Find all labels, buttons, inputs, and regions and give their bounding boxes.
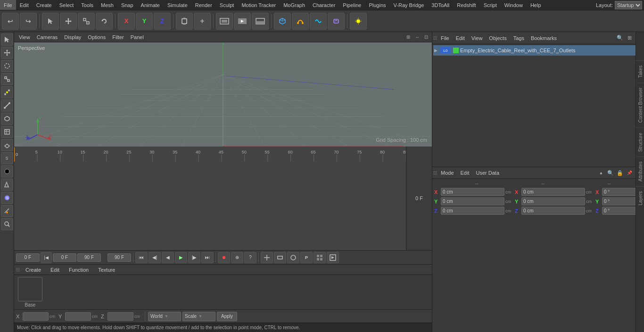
- render-view-button[interactable]: [252, 13, 269, 30]
- tool-search[interactable]: [1, 218, 13, 230]
- tool-paint[interactable]: S: [1, 192, 13, 204]
- menu-snap[interactable]: Snap: [117, 0, 137, 10]
- end-frame-input-1[interactable]: [77, 253, 101, 262]
- menu-edit[interactable]: Edit: [16, 0, 33, 10]
- scale-tool-button[interactable]: [78, 13, 95, 30]
- menu-window[interactable]: Window: [501, 0, 527, 10]
- menu-motion-tracker[interactable]: Motion Tracker: [238, 0, 280, 10]
- attr-tab-user-data[interactable]: User Data: [473, 168, 503, 178]
- menu-script[interactable]: Script: [480, 0, 501, 10]
- cable-reel-object[interactable]: [156, 108, 259, 146]
- menu-animate[interactable]: Animate: [137, 0, 164, 10]
- world-dropdown[interactable]: World ▼: [148, 312, 181, 321]
- pos-z-input[interactable]: [107, 312, 133, 321]
- prev-keyframe-button[interactable]: ◀|: [149, 252, 161, 263]
- z-axis-button[interactable]: Z: [154, 13, 171, 30]
- prev-frame-start-button[interactable]: |◀: [41, 252, 52, 263]
- tool-workplane[interactable]: [1, 139, 13, 151]
- render-region-button[interactable]: [216, 13, 233, 30]
- tool-move[interactable]: [1, 47, 13, 59]
- curve-button[interactable]: [292, 13, 309, 30]
- mat-tab-texture[interactable]: Texture: [94, 265, 119, 275]
- attr-tab-mode[interactable]: Mode: [438, 168, 457, 178]
- current-frame-input[interactable]: [53, 253, 76, 262]
- expand-icon[interactable]: ▶: [434, 48, 439, 53]
- viewport-menu-options[interactable]: Options: [85, 32, 108, 42]
- obj-search-icon[interactable]: 🔍: [616, 34, 624, 42]
- viewport-lock-icon[interactable]: ⊡: [422, 33, 430, 41]
- next-keyframe-button[interactable]: |▶: [188, 252, 200, 263]
- attr-tab-edit[interactable]: Edit: [458, 168, 472, 178]
- menu-simulate[interactable]: Simulate: [164, 0, 191, 10]
- menu-sculpt[interactable]: Sculpt: [216, 0, 238, 10]
- menu-select[interactable]: Select: [56, 0, 78, 10]
- vtab-content-browser[interactable]: Content Browser: [636, 82, 644, 127]
- object-row-cable-reel[interactable]: ▶ L0 Empty_Electric_Cable_Reel_with_CEE_…: [433, 45, 643, 56]
- menu-redshift[interactable]: Redshift: [453, 0, 479, 10]
- play-reverse-button[interactable]: ◀: [162, 252, 174, 263]
- x-axis-button[interactable]: X: [118, 13, 135, 30]
- attr-icon-lock[interactable]: 🔒: [616, 169, 624, 177]
- timeline-ruler[interactable]: 0 5 10 15 20 25 30 35: [14, 146, 432, 251]
- menu-pipeline[interactable]: Pipeline: [339, 0, 365, 10]
- rotate-mode-button[interactable]: [287, 252, 299, 263]
- cube-button[interactable]: [274, 13, 291, 30]
- object-manager-content[interactable]: ▶ L0 Empty_Electric_Cable_Reel_with_CEE_…: [432, 44, 644, 167]
- tool-scale[interactable]: [1, 73, 13, 85]
- material-swatch-base[interactable]: [18, 277, 42, 301]
- menu-character[interactable]: Character: [309, 0, 339, 10]
- goto-last-frame-button[interactable]: ⏭: [201, 252, 214, 263]
- planar-mode-button[interactable]: P: [300, 252, 313, 263]
- obj-tab-bookmarks[interactable]: Bookmarks: [528, 33, 560, 43]
- object-mode-button[interactable]: [176, 13, 193, 30]
- tool-measure[interactable]: [1, 205, 13, 217]
- tool-smooth-shading[interactable]: [1, 165, 13, 178]
- scale-dropdown[interactable]: Scale ▼: [182, 312, 215, 321]
- attr-icon-1[interactable]: ▲: [597, 169, 605, 177]
- tool-mirror[interactable]: [1, 178, 13, 191]
- z-scale-input[interactable]: [521, 207, 585, 215]
- play-forward-button[interactable]: ▶: [175, 252, 187, 263]
- x-scale-input[interactable]: [521, 188, 585, 196]
- scale-mode-button[interactable]: [274, 252, 286, 263]
- auto-keyframe-button[interactable]: ⊕: [231, 252, 243, 263]
- apply-button[interactable]: Apply: [217, 312, 237, 321]
- obj-panel-grip[interactable]: [433, 34, 437, 42]
- vtab-attributes[interactable]: Attributes: [636, 156, 644, 186]
- viewport-camera-icon[interactable]: ↔: [413, 33, 421, 41]
- menu-mograph[interactable]: MoGraph: [280, 0, 309, 10]
- render-mode-button[interactable]: [327, 252, 339, 263]
- viewport-menu-filter[interactable]: Filter: [109, 32, 126, 42]
- pos-x-input[interactable]: [23, 312, 49, 321]
- start-frame-input[interactable]: [16, 253, 40, 262]
- tool-edge[interactable]: [1, 99, 13, 112]
- redo-button[interactable]: ↪: [20, 13, 37, 30]
- tool-texture[interactable]: [1, 126, 13, 138]
- y-scale-input[interactable]: [521, 197, 585, 205]
- goto-first-frame-button[interactable]: ⏮: [135, 252, 148, 263]
- pos-y-input[interactable]: [65, 312, 91, 321]
- menu-plugins[interactable]: Plugins: [365, 0, 389, 10]
- panel-grip[interactable]: [16, 266, 20, 274]
- vtab-takes[interactable]: Takes: [636, 60, 644, 82]
- y-axis-button[interactable]: Y: [136, 13, 153, 30]
- attr-icon-search[interactable]: 🔍: [606, 169, 615, 177]
- viewport-menu-cameras[interactable]: Cameras: [34, 32, 61, 42]
- tool-poly[interactable]: [1, 113, 13, 125]
- obj-tab-edit[interactable]: Edit: [453, 33, 468, 43]
- viewport-expand-icon[interactable]: ⊞: [405, 33, 412, 41]
- render-active-button[interactable]: [234, 13, 251, 30]
- menu-mesh[interactable]: Mesh: [97, 0, 117, 10]
- z-pos-input[interactable]: [441, 207, 504, 215]
- viewport-menu-view[interactable]: View: [16, 32, 33, 42]
- light-button[interactable]: [350, 13, 367, 30]
- deformer-button[interactable]: [328, 13, 345, 30]
- move-tool-button[interactable]: [60, 13, 77, 30]
- menu-file[interactable]: File: [0, 0, 16, 10]
- undo-button[interactable]: ↩: [2, 13, 19, 30]
- obj-tab-tags[interactable]: Tags: [511, 33, 527, 43]
- viewport-canvas[interactable]: .grid-line { stroke: #8a9090; stroke-wid…: [14, 42, 432, 146]
- keyframe-options-button[interactable]: ?: [244, 252, 256, 263]
- menu-vray-bridge[interactable]: V-Ray Bridge: [390, 0, 428, 10]
- menu-render[interactable]: Render: [191, 0, 216, 10]
